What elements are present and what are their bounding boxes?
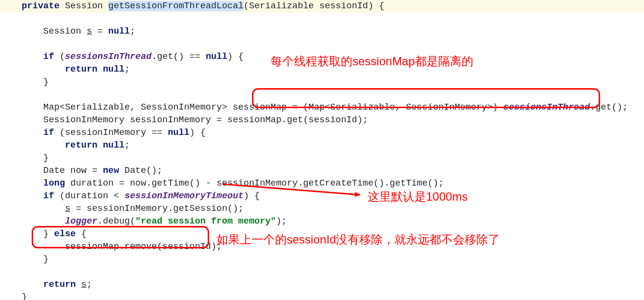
annotation-1: 每个线程获取的sessionMap都是隔离的 [271,54,473,69]
code-screenshot: private Session getSessionFromThreadLoca… [0,0,644,300]
annotation-3: 如果上一个的sessionId没有移除，就永远都不会移除了 [216,232,500,247]
code-block: private Session getSessionFromThreadLoca… [0,0,644,300]
annotation-2: 这里默认是1000ms [368,189,468,205]
